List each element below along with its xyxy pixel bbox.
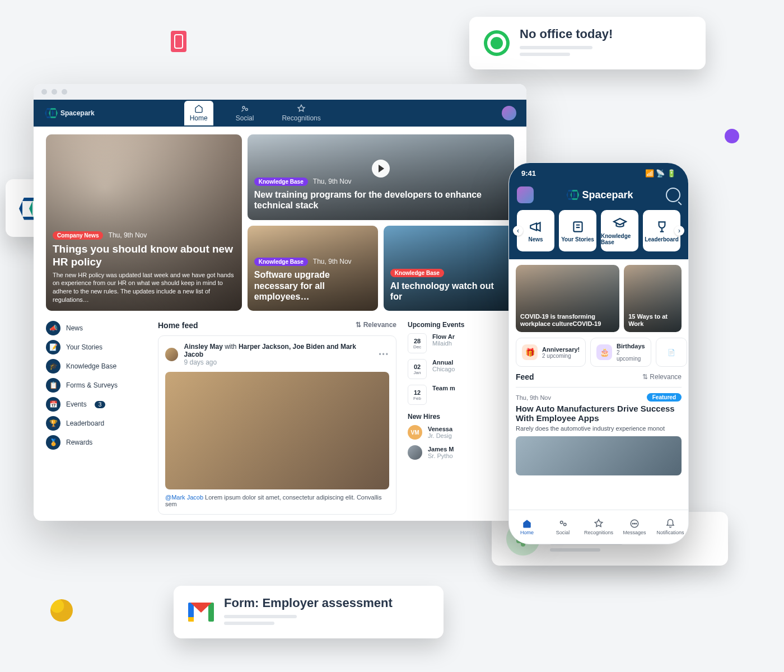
sidenav-forms[interactable]: 📋Forms & Surveys <box>46 378 147 393</box>
card-title: AI technology watch out for <box>390 281 507 302</box>
home-icon <box>194 104 203 113</box>
feed-post[interactable]: Ainsley May with Harper Jackson, Joe Bid… <box>158 335 396 515</box>
pill-more[interactable]: 📄 <box>656 338 687 367</box>
hire-role: Sr. Pytho <box>428 452 454 459</box>
nav-home[interactable]: Home <box>184 101 213 125</box>
hero-card-training[interactable]: Knowledge Base Thu, 9th Nov New training… <box>248 134 514 220</box>
user-avatar[interactable] <box>517 186 534 203</box>
post-author: Ainsley May <box>184 343 222 351</box>
spacepark-logo-icon <box>566 190 577 200</box>
tab-recognitions[interactable]: Recognitions <box>581 510 617 544</box>
sidenav-label: Your Stories <box>66 343 102 351</box>
hero-main-card[interactable]: Company News Thu, 9th Nov Things you sho… <box>46 134 242 311</box>
story-title: 15 Ways to at Work <box>628 313 677 328</box>
carousel-next-icon[interactable]: › <box>674 226 684 236</box>
event-day: 02 <box>414 363 421 370</box>
sidenav-knowledge-base[interactable]: 🎓Knowledge Base <box>46 359 147 374</box>
chat-icon <box>629 519 640 529</box>
hire-name: James M <box>428 446 454 452</box>
sidenav-leaderboard[interactable]: 🏆Leaderboard <box>46 416 147 431</box>
sidenav-news[interactable]: 📣News <box>46 321 147 335</box>
nav-recognitions[interactable]: Recognitions <box>276 101 326 125</box>
event-sub: Chicago <box>432 366 455 372</box>
nav-social[interactable]: Social <box>230 101 260 125</box>
pill-sub: 2 upcoming <box>542 353 580 359</box>
event-row[interactable]: 28DecFlow ArMilaidh <box>408 333 514 353</box>
placeholder-lines <box>224 615 393 625</box>
decor-badge <box>171 31 186 52</box>
cake-icon: 🎂 <box>596 344 612 360</box>
story-card[interactable]: COVID-19 is transforming workplace cultu… <box>516 265 619 332</box>
hero-card-upgrade[interactable]: Knowledge Base Thu, 9th Nov Software upg… <box>248 226 378 311</box>
rail-heading-hires: New Hires <box>408 413 514 421</box>
nav-label: Social <box>236 114 254 122</box>
toast-title: Form: Employer assessment <box>224 596 393 610</box>
with-text: with <box>225 343 236 351</box>
event-row[interactable]: 02JanAnnualChicago <box>408 359 514 379</box>
user-avatar[interactable] <box>502 106 516 120</box>
event-month: Jan <box>414 370 421 375</box>
sidenav-label: Knowledge Base <box>66 362 116 370</box>
search-icon[interactable] <box>666 188 680 202</box>
post-menu-icon[interactable]: ••• <box>379 351 389 358</box>
svg-point-1 <box>245 108 248 110</box>
article-title: How Auto Manufacturers Drive Success Wit… <box>516 404 682 423</box>
hire-role: Jr. Desig <box>428 432 452 439</box>
bell-icon <box>665 519 675 529</box>
star-icon <box>594 519 604 529</box>
feed-heading: Home feed <box>158 321 198 330</box>
quick-label: Knowledge Base <box>601 233 638 245</box>
feed-article[interactable]: Thu, 9th Nov Featured How Auto Manufactu… <box>516 387 682 475</box>
toast-no-office[interactable]: No office today! <box>469 17 706 69</box>
sort-control[interactable]: ⇅ Relevance <box>356 321 396 329</box>
sidenav-events[interactable]: 📅Events3 <box>46 397 147 412</box>
event-row[interactable]: 12FebTeam m <box>408 385 514 405</box>
star-icon <box>297 104 306 113</box>
decor-dot <box>725 129 739 143</box>
brand[interactable]: Spacepark <box>34 108 106 118</box>
hire-row[interactable]: VMVenessaJr. Desig <box>408 425 514 440</box>
app-title[interactable]: Spacepark <box>539 189 660 201</box>
post-age: 9 days ago <box>184 358 373 366</box>
placeholder-lines <box>520 46 613 56</box>
story-card[interactable]: 15 Ways to at Work <box>624 265 682 332</box>
quick-your-stories[interactable]: Your Stories <box>559 210 596 251</box>
megaphone-icon: 📣 <box>46 321 60 335</box>
svg-point-6 <box>632 523 633 524</box>
card-date: Thu, 9th Nov <box>313 178 352 185</box>
side-nav: 📣News 📝Your Stories 🎓Knowledge Base 📋For… <box>46 321 147 515</box>
event-day: 28 <box>414 338 421 344</box>
note-icon <box>571 220 585 234</box>
quick-knowledge-base[interactable]: Knowledge Base <box>601 210 638 251</box>
tab-label: Home <box>520 530 534 535</box>
event-title: Flow Ar <box>432 333 455 340</box>
chat-icon <box>484 30 510 56</box>
card-date: Thu, 9th Nov <box>313 258 352 265</box>
gift-icon: 🎁 <box>522 344 538 360</box>
event-sub: Milaidh <box>432 340 455 347</box>
home-feed: Home feed ⇅ Relevance Ainsley May with H… <box>158 321 396 515</box>
toast-gmail-form[interactable]: Form: Employer assessment <box>174 586 444 638</box>
tab-label: Social <box>556 530 570 535</box>
svg-point-0 <box>242 106 245 109</box>
quick-label: News <box>528 236 543 242</box>
hero-card-ai[interactable]: Knowledge Base AI technology watch out f… <box>384 226 514 311</box>
carousel-prev-icon[interactable]: ‹ <box>513 226 523 236</box>
sidenav-your-stories[interactable]: 📝Your Stories <box>46 340 147 354</box>
play-icon[interactable] <box>372 160 390 178</box>
author-avatar[interactable] <box>165 348 178 361</box>
sidenav-label: Forms & Surveys <box>66 381 118 389</box>
hire-avatar: VM <box>408 425 422 440</box>
tab-social[interactable]: Social <box>545 510 581 544</box>
sidenav-label: Leaderboard <box>66 419 104 427</box>
sidenav-rewards[interactable]: 🏅Rewards <box>46 435 147 450</box>
top-nav: Spacepark Home Social Recognitions <box>34 100 526 127</box>
note-icon: 📝 <box>46 340 60 354</box>
tab-messages[interactable]: Messages <box>617 510 652 544</box>
mention-link[interactable]: @Mark Jacob <box>165 494 203 501</box>
event-title: Team m <box>432 385 455 391</box>
pill-birthdays[interactable]: 🎂Birthdays2 upcoming <box>590 338 651 367</box>
pill-anniversary[interactable]: 🎁Anniversary!2 upcoming <box>516 338 586 367</box>
hire-row[interactable]: James MSr. Pytho <box>408 445 514 460</box>
sort-control[interactable]: ⇅ Relevance <box>642 373 682 381</box>
